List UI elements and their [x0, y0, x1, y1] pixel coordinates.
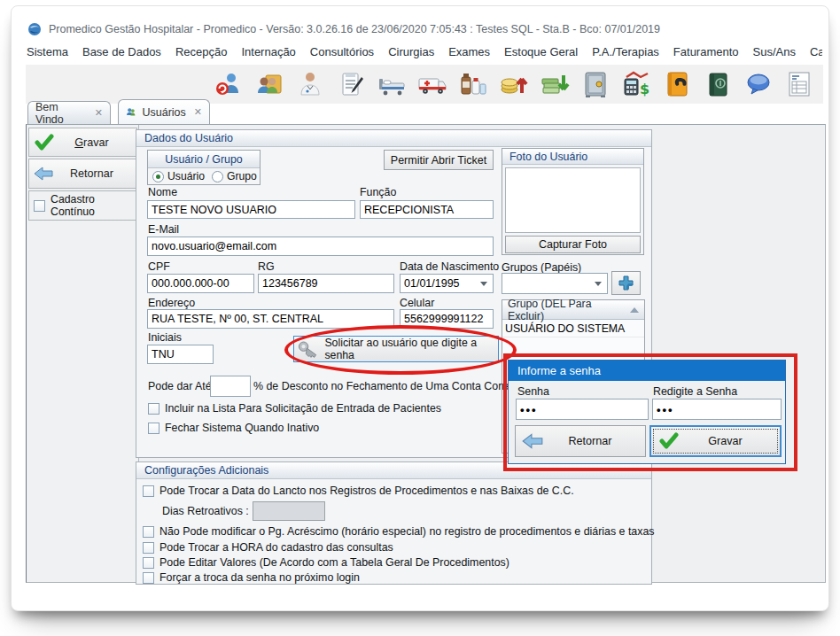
- chat-icon[interactable]: [743, 69, 774, 99]
- gravar-label: Gravar: [54, 136, 136, 149]
- grupos-papeis-combo[interactable]: [502, 273, 608, 294]
- user-refresh-icon[interactable]: [214, 69, 244, 99]
- dias-retroativos-label: Dias Retroativos :: [162, 505, 249, 517]
- menu-caixa[interactable]: Caixa: [810, 45, 822, 63]
- menu-faturamento[interactable]: Faturamento: [673, 45, 739, 63]
- usuario-grupo-header: Usuário / Grupo: [148, 151, 260, 168]
- cpf-label: CPF: [148, 260, 170, 273]
- fechar-sistema-row[interactable]: Fechar Sistema Quando Inativo: [148, 422, 319, 434]
- senha-dialog-titlebar: Informe a senha: [509, 361, 785, 381]
- prescription-icon[interactable]: [336, 69, 366, 99]
- cadastro-continuo-panel[interactable]: Cadastro Contínuo: [28, 190, 137, 221]
- nao-pode-modificar-checkbox[interactable]: [143, 526, 154, 538]
- menu-base-de-dados[interactable]: Base de Dados: [82, 45, 161, 63]
- cpf-input[interactable]: 000.000.000-00: [147, 274, 254, 293]
- menu-internacao[interactable]: Internação: [241, 45, 295, 63]
- redigite-senha-label: Redigite a Senha: [653, 385, 737, 398]
- config-checkbox-row[interactable]: Não Pode modificar o Pg. Acréscimo (horá…: [143, 525, 655, 538]
- dialog-retornar-button[interactable]: Retornar: [515, 425, 646, 457]
- desconto-input[interactable]: [210, 376, 251, 397]
- redigite-senha-input[interactable]: •••: [652, 399, 782, 420]
- billing-calculator-icon[interactable]: $: [621, 69, 651, 99]
- incluir-lista-checkbox[interactable]: [148, 403, 159, 415]
- capturar-foto-button[interactable]: Capturar Foto: [505, 236, 641, 253]
- senha-input[interactable]: •••: [516, 399, 649, 420]
- funcao-input[interactable]: RECEPCIONISTA: [360, 200, 494, 219]
- tab-bem-vindo[interactable]: Bem Vindo ✕: [27, 101, 111, 124]
- check-icon: [658, 432, 680, 450]
- nome-input[interactable]: TESTE NOVO USUARIO: [147, 200, 355, 219]
- rg-input[interactable]: 123456789: [258, 274, 394, 293]
- iniciais-input[interactable]: TNU: [147, 345, 214, 364]
- senha-label: Senha: [517, 385, 549, 398]
- users-folder-icon[interactable]: [254, 69, 284, 99]
- pharmacy-icon[interactable]: [458, 69, 488, 99]
- menu-exames[interactable]: Exames: [448, 45, 490, 63]
- menu-consultorios[interactable]: Consultórios: [310, 45, 374, 63]
- add-grupo-button[interactable]: [611, 271, 641, 295]
- email-input[interactable]: novo.usuario@email.com: [147, 237, 494, 256]
- dias-retroativos-input[interactable]: [253, 501, 325, 521]
- nao-pode-modificar-label: Não Pode modificar o Pg. Acréscimo (horá…: [159, 525, 655, 538]
- menu-recepcao[interactable]: Recepção: [175, 45, 228, 63]
- usuario-grupo-panel: Usuário / Grupo Usuário Grupo: [147, 150, 261, 185]
- retornar-button[interactable]: Retornar: [28, 159, 137, 189]
- menu-sus-ans[interactable]: Sus/Ans: [753, 45, 796, 63]
- radio-grupo-label: Grupo: [227, 170, 257, 182]
- incluir-lista-label: Incluir na Lista Para Solicitação de Ent…: [165, 402, 441, 415]
- permitir-abrir-ticket-button[interactable]: Permitir Abrir Ticket: [384, 150, 494, 170]
- hospital-bed-icon[interactable]: [377, 69, 407, 99]
- cadastro-continuo-checkbox[interactable]: [34, 200, 45, 212]
- doctor-icon[interactable]: [295, 69, 325, 99]
- arrow-left-icon: [33, 166, 54, 182]
- report-icon[interactable]: [784, 69, 814, 99]
- dialog-gravar-label: Gravar: [680, 435, 780, 447]
- menubar: Sistema Base de Dados Recepção Internaçã…: [27, 45, 822, 63]
- menu-sistema[interactable]: Sistema: [27, 45, 68, 63]
- gravar-button[interactable]: Gravar: [28, 128, 137, 157]
- expense-down-icon[interactable]: [540, 69, 570, 99]
- phonebook-icon[interactable]: [662, 69, 692, 99]
- forcar-troca-senha-checkbox[interactable]: [143, 572, 154, 584]
- foto-preview: [505, 167, 641, 233]
- celular-label: Celular: [400, 297, 434, 309]
- funcao-label: Função: [360, 186, 396, 198]
- chevron-down-icon[interactable]: [480, 282, 487, 286]
- chevron-down-icon[interactable]: [595, 282, 602, 286]
- radio-grupo[interactable]: [212, 171, 223, 182]
- dialog-gravar-button[interactable]: Gravar: [649, 425, 782, 457]
- config-checkbox-row[interactable]: Forçar a troca da senha no próximo login: [143, 571, 360, 584]
- fechar-sistema-label: Fechar Sistema Quando Inativo: [165, 422, 319, 434]
- nome-label: Nome: [148, 186, 177, 198]
- tab-bem-vindo-close-icon[interactable]: ✕: [95, 107, 103, 119]
- revenue-up-icon[interactable]: [499, 69, 529, 99]
- menu-pa-terapias[interactable]: P.A./Terapias: [592, 45, 659, 63]
- fechar-sistema-checkbox[interactable]: [148, 423, 159, 434]
- radio-usuario[interactable]: [152, 171, 164, 182]
- ledger-book-icon[interactable]: [703, 69, 733, 99]
- rg-label: RG: [258, 260, 275, 273]
- grupo-list-item[interactable]: USUÁRIO DO SISTEMA: [502, 320, 644, 337]
- grupo-list-header[interactable]: Grupo (DEL Para Excluir): [502, 300, 644, 320]
- data-nascimento-combo[interactable]: 01/01/1995: [400, 274, 494, 293]
- pode-dar-ate-suffix: % de Desconto no Fechamento de Uma Conta…: [253, 380, 527, 392]
- incluir-lista-row[interactable]: Incluir na Lista Para Solicitação de Ent…: [148, 402, 441, 415]
- config-checkbox-row[interactable]: Pode Trocar a Data do Lancto nos Registr…: [143, 485, 574, 497]
- tab-usuarios[interactable]: Usuários ✕: [118, 99, 210, 124]
- ambulance-icon[interactable]: [417, 69, 447, 99]
- svg-text:$: $: [640, 81, 649, 97]
- pode-editar-valores-checkbox[interactable]: [143, 557, 154, 569]
- config-checkbox-row[interactable]: Pode Trocar a HORA do cadastro das consu…: [143, 541, 393, 554]
- config-checkbox-row[interactable]: Pode Editar Valores (De Acordo com a Tab…: [143, 556, 509, 569]
- tab-usuarios-close-icon[interactable]: ✕: [194, 106, 202, 118]
- pode-trocar-hora-label: Pode Trocar a HORA do cadastro das consu…: [159, 541, 393, 554]
- endereco-input[interactable]: RUA TESTE, Nº 00, ST. CENTRAL: [147, 309, 394, 329]
- toolbar: $: [26, 65, 823, 104]
- pode-trocar-data-checkbox[interactable]: [143, 485, 154, 497]
- menu-estoque-geral[interactable]: Estoque Geral: [504, 45, 578, 63]
- safe-icon[interactable]: [580, 69, 611, 99]
- pode-trocar-hora-checkbox[interactable]: [143, 542, 154, 554]
- annotation-ellipse: [284, 325, 517, 375]
- iniciais-label: Iniciais: [148, 331, 182, 344]
- menu-cirurgias[interactable]: Cirurgias: [388, 45, 434, 63]
